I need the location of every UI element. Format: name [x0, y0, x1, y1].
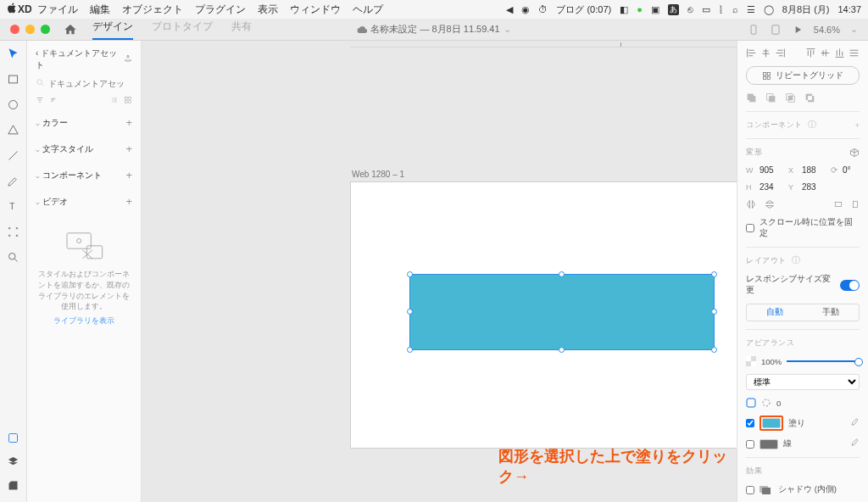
distribute-icon[interactable]: [849, 47, 860, 59]
scroll-fix-checkbox[interactable]: [746, 224, 754, 232]
location-icon[interactable]: ◀: [506, 4, 513, 15]
opacity-value[interactable]: 100%: [761, 357, 782, 366]
blog-status[interactable]: ブログ (0:07): [556, 3, 611, 16]
handle-ne[interactable]: [711, 271, 717, 277]
battery-icon[interactable]: ▭: [702, 4, 710, 15]
menu-object[interactable]: オブジェクト: [122, 3, 183, 17]
subtract-icon[interactable]: [765, 92, 776, 103]
flip-v-icon[interactable]: [765, 199, 775, 209]
play-icon[interactable]: [792, 24, 804, 36]
apple-icon[interactable]: [7, 3, 18, 16]
tab-share[interactable]: 共有: [231, 20, 252, 40]
fill-eyedropper[interactable]: [850, 418, 860, 429]
canvas[interactable]: Web 1280 – 1 図形を選択した上で塗りをクリック→: [142, 41, 737, 502]
search-icon[interactable]: ⌕: [732, 4, 738, 14]
filter-icon[interactable]: [36, 96, 44, 106]
x-value[interactable]: 188: [802, 165, 826, 175]
section-color[interactable]: カラー+: [36, 113, 132, 132]
resize-mode[interactable]: 自動 手動: [746, 304, 860, 321]
3d-icon[interactable]: [849, 148, 860, 158]
artboard-label[interactable]: Web 1280 – 1: [352, 170, 404, 179]
time[interactable]: 14:37: [837, 4, 861, 14]
section-textstyle[interactable]: 文字スタイル+: [36, 139, 132, 159]
handle-se[interactable]: [711, 347, 717, 353]
window-controls[interactable]: [0, 25, 60, 34]
show-library-link[interactable]: ライブラリを表示: [36, 315, 132, 326]
close-window[interactable]: [10, 25, 19, 34]
siri-icon[interactable]: ◯: [764, 4, 774, 15]
grid-view-icon[interactable]: [124, 96, 132, 106]
repeat-grid-button[interactable]: リピートグリッド: [746, 66, 860, 85]
blend-mode-select[interactable]: 標準: [746, 374, 860, 390]
menu-edit[interactable]: 編集: [90, 3, 110, 17]
tool-select[interactable]: [7, 47, 19, 62]
maximize-window[interactable]: [41, 25, 50, 34]
intersect-icon[interactable]: [785, 92, 796, 103]
tab-prototype[interactable]: プロトタイプ: [152, 20, 213, 40]
add-component-icon[interactable]: +: [854, 120, 860, 130]
resize-manual[interactable]: 手動: [803, 304, 859, 321]
mobile-preview-icon[interactable]: [748, 24, 760, 36]
app-name[interactable]: XD: [18, 3, 32, 15]
pin-icon[interactable]: [851, 200, 860, 209]
corner-each-icon[interactable]: [761, 398, 771, 408]
tool-line[interactable]: [7, 149, 19, 164]
align-top-icon[interactable]: [805, 47, 816, 59]
pad-icon[interactable]: ▣: [651, 4, 659, 15]
wifi-icon[interactable]: ⦚: [719, 4, 724, 14]
opacity-slider[interactable]: [787, 360, 860, 362]
fill-color-swatch[interactable]: [762, 418, 781, 428]
menu-view[interactable]: 表示: [258, 3, 278, 17]
zoom-level[interactable]: 54.6%: [814, 25, 840, 35]
section-component[interactable]: コンポーネント+: [36, 165, 132, 185]
fill-checkbox[interactable]: [746, 419, 754, 427]
library-icon[interactable]: [7, 432, 19, 446]
add-component[interactable]: +: [125, 169, 132, 181]
y-value[interactable]: 283: [802, 182, 826, 192]
plugins-icon[interactable]: [7, 479, 19, 494]
home-icon[interactable]: [64, 23, 77, 36]
section-video[interactable]: ビデオ+: [36, 192, 132, 211]
shadow-checkbox[interactable]: [746, 486, 754, 494]
stroke-checkbox[interactable]: [746, 440, 754, 449]
device-icon[interactable]: [770, 24, 782, 36]
add-color[interactable]: +: [125, 116, 132, 129]
info-icon[interactable]: ⓘ: [808, 120, 816, 131]
triangle-icon[interactable]: ◧: [620, 4, 628, 15]
handle-nw[interactable]: [407, 271, 413, 277]
align-left-icon[interactable]: [746, 47, 757, 59]
exclude-icon[interactable]: [804, 92, 815, 103]
tool-pen[interactable]: [7, 175, 19, 189]
height-value[interactable]: 234: [760, 182, 783, 192]
handle-s[interactable]: [559, 347, 565, 353]
date[interactable]: 8月8日 (月): [782, 3, 830, 16]
share-icon[interactable]: [124, 54, 132, 64]
list-view-icon[interactable]: [110, 96, 119, 106]
bluetooth-icon[interactable]: ⎋: [687, 4, 693, 14]
align-bottom-icon[interactable]: [834, 47, 845, 59]
tool-polygon[interactable]: [7, 124, 19, 138]
handle-w[interactable]: [407, 309, 413, 315]
union-icon[interactable]: [746, 92, 757, 103]
asset-back[interactable]: ‹ ドキュメントアセット: [36, 47, 124, 71]
handle-sw[interactable]: [407, 347, 413, 353]
line-icon[interactable]: ●: [637, 4, 643, 14]
menu-window[interactable]: ウィンドウ: [290, 3, 341, 17]
corner-all-icon[interactable]: [746, 398, 756, 408]
tool-rectangle[interactable]: [7, 73, 19, 87]
align-middle-icon[interactable]: [820, 47, 831, 59]
stroke-color-swatch[interactable]: [760, 439, 778, 449]
asset-search[interactable]: [48, 79, 132, 88]
handle-n[interactable]: [559, 271, 565, 277]
chevron-down-icon[interactable]: ⌄: [504, 24, 511, 35]
corner-value[interactable]: 0: [776, 399, 781, 408]
lang-icon[interactable]: あ: [668, 4, 679, 15]
resize-auto[interactable]: 自動: [747, 304, 803, 321]
rotation-value[interactable]: 0°: [843, 165, 866, 175]
document-name[interactable]: 名称未設定 — 8月8日 11.59.41 ⌄: [357, 23, 510, 36]
add-video[interactable]: +: [125, 195, 132, 208]
flip-h-icon[interactable]: [746, 199, 756, 209]
timer-icon[interactable]: ⏱: [538, 4, 548, 14]
control-center-icon[interactable]: ☰: [747, 4, 755, 15]
align-center-h-icon[interactable]: [760, 47, 771, 59]
